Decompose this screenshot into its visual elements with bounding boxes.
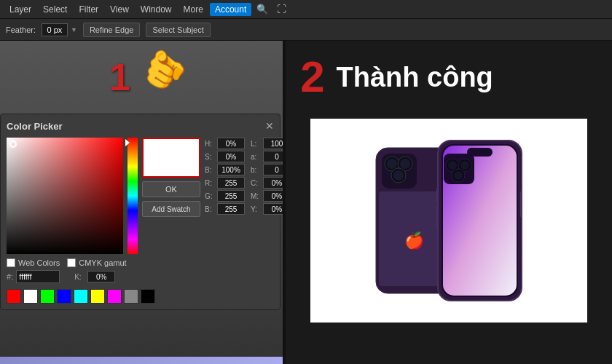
k-channel-input[interactable] <box>87 271 115 282</box>
a-channel-row: a: <box>251 151 283 162</box>
add-swatch-button[interactable]: Add Swatch <box>142 201 200 217</box>
k-channel-label: K: <box>74 273 85 281</box>
menu-filter[interactable]: Filter <box>74 3 103 16</box>
red-input[interactable] <box>217 177 245 189</box>
preview-buttons-area: OK Add Swatch <box>142 138 200 254</box>
blue-label: B: <box>205 205 215 213</box>
menu-select[interactable]: Select <box>38 3 72 16</box>
magenta-label: M: <box>251 192 261 200</box>
progress-bar-container <box>0 357 283 364</box>
color-picker-body: OK Add Swatch H: L: S: <box>7 138 274 254</box>
step-2-number: 2 <box>300 55 324 99</box>
b-channel-row: b: <box>251 164 283 175</box>
swatch-blue[interactable] <box>57 289 71 304</box>
color-picker-close-icon[interactable]: ✕ <box>265 120 274 132</box>
cyan-input[interactable] <box>263 177 283 189</box>
hue-label: H: <box>205 140 215 148</box>
saturation-input[interactable] <box>217 151 245 162</box>
saturation-row: S: <box>205 151 245 162</box>
feather-input[interactable] <box>42 23 68 36</box>
color-swatches-row <box>7 289 274 304</box>
magenta-input[interactable] <box>263 190 283 202</box>
lightness-input[interactable] <box>263 138 283 149</box>
magenta-row: M: <box>251 190 283 202</box>
svg-point-23 <box>454 171 463 180</box>
swatch-yellow[interactable] <box>90 289 105 304</box>
swatch-green[interactable] <box>40 289 55 304</box>
swatch-white[interactable] <box>23 289 38 304</box>
cyan-row: C: <box>251 177 283 189</box>
svg-point-3 <box>387 159 397 169</box>
hue-arrow <box>125 139 130 146</box>
svg-point-5 <box>400 159 410 169</box>
menu-account[interactable]: Account <box>210 3 251 16</box>
iphone-svg: 🍎 <box>332 133 565 308</box>
menu-layer[interactable]: Layer <box>4 3 36 16</box>
menu-more[interactable]: More <box>178 3 208 16</box>
a-channel-input[interactable] <box>263 151 283 162</box>
saturation-label: S: <box>205 153 215 161</box>
blue-input[interactable] <box>217 203 245 215</box>
color-picker-dialog: Color Picker ✕ OK Add Swat <box>0 114 280 310</box>
fullscreen-icon[interactable]: ⛶ <box>273 2 290 16</box>
lightness-row: L: <box>251 138 283 149</box>
feather-label: Feather: <box>6 25 36 34</box>
color-values-grid: H: L: S: a: <box>205 138 283 254</box>
cmyk-gamut-label[interactable]: CMYK gamut <box>67 258 126 267</box>
yellow-row: Y: <box>251 203 283 215</box>
ok-button[interactable]: OK <box>142 181 200 197</box>
hex-hash-symbol: #: <box>7 272 13 281</box>
svg-rect-14 <box>436 188 439 202</box>
b-channel-input[interactable] <box>263 164 283 175</box>
color-gradient-field[interactable] <box>7 138 123 254</box>
color-picker-circle <box>9 141 17 148</box>
yellow-label: Y: <box>251 205 261 213</box>
cmyk-gamut-text: CMYK gamut <box>79 258 126 267</box>
color-preview-box <box>142 138 200 178</box>
svg-point-21 <box>460 161 469 170</box>
swatch-magenta[interactable] <box>107 289 122 304</box>
refine-edge-button[interactable]: Refine Edge <box>83 23 141 37</box>
main-area: 1 🫵 Color Picker ✕ <box>0 41 612 364</box>
menu-window[interactable]: Window <box>136 3 177 16</box>
svg-text:🍎: 🍎 <box>404 231 425 250</box>
brightness-input[interactable] <box>217 164 245 175</box>
thanh-cong-label: Thành công <box>337 62 493 93</box>
select-subject-button[interactable]: Select Subject <box>146 23 210 37</box>
a-channel-label: a: <box>251 153 261 161</box>
hue-row: H: <box>205 138 245 149</box>
menu-bar: Layer Select Filter View Window More Acc… <box>0 0 612 19</box>
search-icon[interactable]: 🔍 <box>253 2 272 16</box>
green-row: G: <box>205 190 245 202</box>
blue-row: B: <box>205 203 245 215</box>
options-bar: Feather: ▼ Refine Edge Select Subject <box>0 19 612 41</box>
swatch-cyan[interactable] <box>74 289 88 304</box>
feather-dropdown-arrow[interactable]: ▼ <box>71 26 77 33</box>
hue-strip[interactable] <box>128 138 138 254</box>
hex-input[interactable] <box>16 270 60 283</box>
hex-row: #: K: <box>7 270 274 283</box>
step-2-header: 2 Thành công <box>300 55 493 99</box>
menu-view[interactable]: View <box>105 3 134 16</box>
color-gradient <box>7 138 123 254</box>
color-picker-title: Color Picker <box>7 121 63 132</box>
cmyk-gamut-checkbox[interactable] <box>67 258 76 267</box>
svg-rect-15 <box>436 206 439 228</box>
green-label: G: <box>205 192 215 200</box>
hue-input[interactable] <box>217 138 245 149</box>
color-options-row: Web Colors CMYK gamut <box>7 258 274 267</box>
web-colors-label[interactable]: Web Colors <box>7 258 60 267</box>
progress-bar-fill <box>0 357 283 364</box>
swatch-black[interactable] <box>141 289 155 304</box>
green-input[interactable] <box>217 190 245 202</box>
web-colors-checkbox[interactable] <box>7 258 15 267</box>
svg-point-7 <box>393 170 404 181</box>
brightness-label: B: <box>205 166 215 174</box>
web-colors-text: Web Colors <box>18 258 60 267</box>
swatch-red[interactable] <box>7 289 21 304</box>
swatch-gray[interactable] <box>124 289 138 304</box>
yellow-input[interactable] <box>263 203 283 215</box>
svg-rect-16 <box>520 191 522 217</box>
iphone-image-container: 🍎 <box>310 119 587 323</box>
step-1-number: 1 <box>109 55 130 99</box>
